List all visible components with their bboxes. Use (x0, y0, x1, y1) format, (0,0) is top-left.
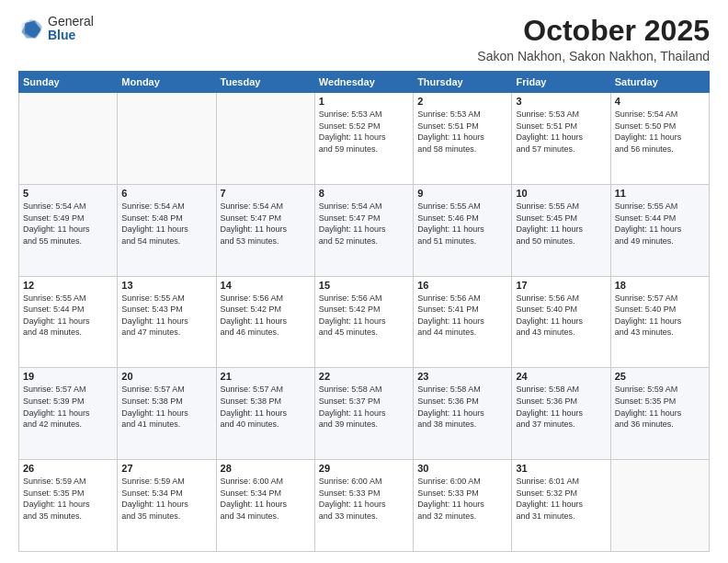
col-friday: Friday (512, 72, 610, 93)
page: General Blue October 2025 Sakon Nakhon, … (0, 0, 728, 563)
calendar-day: 22Sunrise: 5:58 AM Sunset: 5:37 PM Dayli… (314, 368, 413, 460)
day-number: 26 (23, 463, 113, 474)
day-number: 20 (121, 371, 211, 382)
day-info: Sunrise: 5:54 AM Sunset: 5:49 PM Dayligh… (23, 201, 113, 247)
calendar-day: 24Sunrise: 5:58 AM Sunset: 5:36 PM Dayli… (512, 368, 610, 460)
day-info: Sunrise: 5:59 AM Sunset: 5:34 PM Dayligh… (121, 476, 211, 522)
day-number: 27 (121, 463, 211, 474)
day-info: Sunrise: 5:55 AM Sunset: 5:44 PM Dayligh… (23, 293, 113, 339)
col-saturday: Saturday (610, 72, 709, 93)
day-number: 21 (221, 371, 311, 382)
calendar-day: 17Sunrise: 5:56 AM Sunset: 5:40 PM Dayli… (512, 276, 610, 368)
calendar-day: 1Sunrise: 5:53 AM Sunset: 5:52 PM Daylig… (314, 93, 413, 185)
col-sunday: Sunday (19, 72, 118, 93)
col-tuesday: Tuesday (216, 72, 314, 93)
day-number: 15 (319, 280, 409, 291)
day-number: 9 (417, 188, 507, 199)
col-wednesday: Wednesday (314, 72, 413, 93)
day-info: Sunrise: 6:00 AM Sunset: 5:34 PM Dayligh… (221, 476, 311, 522)
day-info: Sunrise: 5:53 AM Sunset: 5:51 PM Dayligh… (417, 109, 507, 155)
day-number: 3 (516, 96, 606, 107)
day-number: 29 (319, 463, 409, 474)
calendar-day: 8Sunrise: 5:54 AM Sunset: 5:47 PM Daylig… (314, 184, 413, 276)
calendar-day: 18Sunrise: 5:57 AM Sunset: 5:40 PM Dayli… (610, 276, 709, 368)
day-info: Sunrise: 5:59 AM Sunset: 5:35 PM Dayligh… (615, 384, 705, 430)
calendar-table: Sunday Monday Tuesday Wednesday Thursday… (18, 71, 710, 552)
day-info: Sunrise: 5:57 AM Sunset: 5:40 PM Dayligh… (615, 293, 705, 339)
day-info: Sunrise: 5:56 AM Sunset: 5:40 PM Dayligh… (516, 293, 606, 339)
calendar-day: 29Sunrise: 6:00 AM Sunset: 5:33 PM Dayli… (314, 460, 413, 552)
day-info: Sunrise: 5:56 AM Sunset: 5:41 PM Dayligh… (417, 293, 507, 339)
calendar-day: 7Sunrise: 5:54 AM Sunset: 5:47 PM Daylig… (216, 184, 314, 276)
calendar-day: 27Sunrise: 5:59 AM Sunset: 5:34 PM Dayli… (118, 460, 216, 552)
calendar-day: 25Sunrise: 5:59 AM Sunset: 5:35 PM Dayli… (610, 368, 709, 460)
title-block: October 2025 Sakon Nakhon, Sakon Nakhon,… (477, 15, 710, 63)
calendar-day: 26Sunrise: 5:59 AM Sunset: 5:35 PM Dayli… (19, 460, 118, 552)
day-number: 12 (23, 280, 113, 291)
day-info: Sunrise: 5:53 AM Sunset: 5:51 PM Dayligh… (516, 109, 606, 155)
day-number: 19 (23, 371, 113, 382)
day-number: 10 (516, 188, 606, 199)
day-info: Sunrise: 5:54 AM Sunset: 5:50 PM Dayligh… (615, 109, 705, 155)
logo: General Blue (18, 15, 94, 43)
day-number: 5 (23, 188, 113, 199)
day-info: Sunrise: 6:00 AM Sunset: 5:33 PM Dayligh… (319, 476, 409, 522)
day-info: Sunrise: 5:58 AM Sunset: 5:37 PM Dayligh… (319, 384, 409, 430)
day-info: Sunrise: 5:57 AM Sunset: 5:39 PM Dayligh… (23, 384, 113, 430)
day-info: Sunrise: 5:54 AM Sunset: 5:47 PM Dayligh… (319, 201, 409, 247)
calendar-day: 31Sunrise: 6:01 AM Sunset: 5:32 PM Dayli… (512, 460, 610, 552)
day-info: Sunrise: 5:55 AM Sunset: 5:44 PM Dayligh… (615, 201, 705, 247)
day-number: 1 (319, 96, 409, 107)
calendar-day (118, 93, 216, 185)
day-number: 31 (516, 463, 606, 474)
day-number: 23 (417, 371, 507, 382)
calendar-day: 5Sunrise: 5:54 AM Sunset: 5:49 PM Daylig… (19, 184, 118, 276)
day-number: 11 (615, 188, 705, 199)
calendar-day: 4Sunrise: 5:54 AM Sunset: 5:50 PM Daylig… (610, 93, 709, 185)
day-info: Sunrise: 5:54 AM Sunset: 5:47 PM Dayligh… (221, 201, 311, 247)
calendar-day: 23Sunrise: 5:58 AM Sunset: 5:36 PM Dayli… (414, 368, 512, 460)
day-info: Sunrise: 6:01 AM Sunset: 5:32 PM Dayligh… (516, 476, 606, 522)
day-info: Sunrise: 5:57 AM Sunset: 5:38 PM Dayligh… (121, 384, 211, 430)
day-info: Sunrise: 6:00 AM Sunset: 5:33 PM Dayligh… (417, 476, 507, 522)
logo-icon (18, 16, 44, 41)
day-number: 6 (121, 188, 211, 199)
col-thursday: Thursday (414, 72, 512, 93)
day-number: 30 (417, 463, 507, 474)
day-info: Sunrise: 5:53 AM Sunset: 5:52 PM Dayligh… (319, 109, 409, 155)
calendar-day: 20Sunrise: 5:57 AM Sunset: 5:38 PM Dayli… (118, 368, 216, 460)
day-number: 7 (221, 188, 311, 199)
day-number: 2 (417, 96, 507, 107)
header: General Blue October 2025 Sakon Nakhon, … (18, 15, 710, 63)
day-info: Sunrise: 5:55 AM Sunset: 5:46 PM Dayligh… (417, 201, 507, 247)
day-number: 25 (615, 371, 705, 382)
day-info: Sunrise: 5:54 AM Sunset: 5:48 PM Dayligh… (121, 201, 211, 247)
day-number: 24 (516, 371, 606, 382)
day-info: Sunrise: 5:58 AM Sunset: 5:36 PM Dayligh… (417, 384, 507, 430)
col-monday: Monday (118, 72, 216, 93)
day-info: Sunrise: 5:55 AM Sunset: 5:43 PM Dayligh… (121, 293, 211, 339)
day-number: 17 (516, 280, 606, 291)
day-info: Sunrise: 5:56 AM Sunset: 5:42 PM Dayligh… (221, 293, 311, 339)
calendar-day: 21Sunrise: 5:57 AM Sunset: 5:38 PM Dayli… (216, 368, 314, 460)
day-number: 4 (615, 96, 705, 107)
calendar-day: 12Sunrise: 5:55 AM Sunset: 5:44 PM Dayli… (19, 276, 118, 368)
logo-text: General Blue (48, 15, 94, 43)
day-number: 8 (319, 188, 409, 199)
day-number: 22 (319, 371, 409, 382)
location-subtitle: Sakon Nakhon, Sakon Nakhon, Thailand (477, 49, 710, 63)
day-number: 18 (615, 280, 705, 291)
calendar-day (216, 93, 314, 185)
day-info: Sunrise: 5:55 AM Sunset: 5:45 PM Dayligh… (516, 201, 606, 247)
calendar-day: 11Sunrise: 5:55 AM Sunset: 5:44 PM Dayli… (610, 184, 709, 276)
calendar-week-row-4: 19Sunrise: 5:57 AM Sunset: 5:39 PM Dayli… (19, 368, 710, 460)
calendar-day: 30Sunrise: 6:00 AM Sunset: 5:33 PM Dayli… (414, 460, 512, 552)
calendar-day: 15Sunrise: 5:56 AM Sunset: 5:42 PM Dayli… (314, 276, 413, 368)
calendar-day: 10Sunrise: 5:55 AM Sunset: 5:45 PM Dayli… (512, 184, 610, 276)
day-number: 28 (221, 463, 311, 474)
calendar-day: 13Sunrise: 5:55 AM Sunset: 5:43 PM Dayli… (118, 276, 216, 368)
logo-blue-text: Blue (48, 29, 94, 42)
calendar-day: 14Sunrise: 5:56 AM Sunset: 5:42 PM Dayli… (216, 276, 314, 368)
calendar-day: 28Sunrise: 6:00 AM Sunset: 5:34 PM Dayli… (216, 460, 314, 552)
day-info: Sunrise: 5:57 AM Sunset: 5:38 PM Dayligh… (221, 384, 311, 430)
